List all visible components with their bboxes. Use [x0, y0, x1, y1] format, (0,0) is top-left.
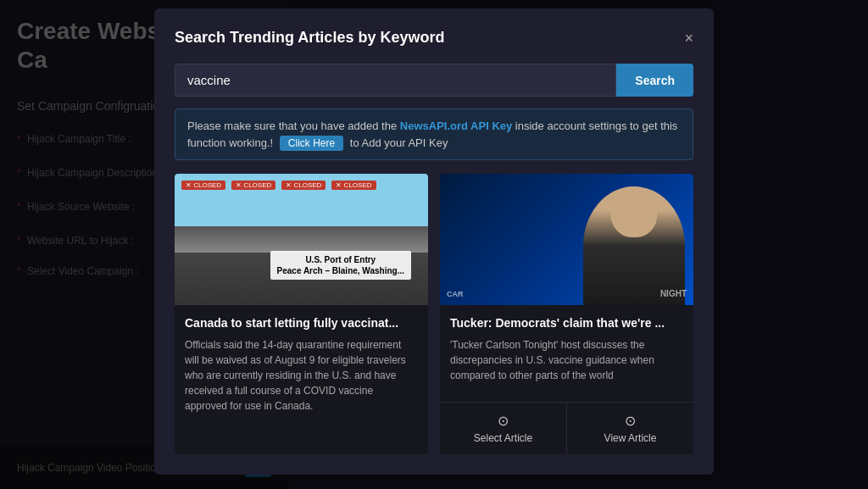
search-input[interactable] — [175, 64, 616, 97]
view-article-label: View Article — [604, 432, 657, 444]
article-image-tucker: CAR — [440, 174, 693, 305]
article-body-tucker: Tucker: Democrats' claim that we're ... … — [440, 305, 693, 393]
tucker-silhouette — [583, 186, 685, 305]
notice-bar: Please make sure that you have added the… — [175, 108, 693, 160]
click-here-button[interactable]: Click Here — [280, 136, 343, 151]
newsapi-link[interactable]: NewsAPI.ord API Key — [400, 119, 512, 132]
article-title-canada: Canada to start letting fully vaccinat..… — [185, 315, 418, 331]
modal-overlay: Search Trending Articles by Keyword × Se… — [0, 0, 868, 489]
article-card-canada: ✕ CLOSED ✕ CLOSED ✕ CLOSED ✕ CLOSED Cana… — [175, 174, 428, 454]
view-article-button[interactable]: ⊙ View Article — [567, 403, 693, 454]
modal-title: Search Trending Articles by Keyword — [175, 29, 444, 47]
tucker-image: CAR — [440, 174, 693, 305]
view-article-icon: ⊙ — [625, 413, 636, 429]
article-desc-tucker: 'Tucker Carlson Tonight' host discusses … — [450, 337, 683, 383]
badge-1: ✕ CLOSED — [181, 181, 225, 190]
select-article-label: Select Article — [474, 432, 532, 444]
article-actions-tucker: ⊙ Select Article ⊙ View Article — [440, 402, 693, 454]
notice-text-after: to Add your API Key — [350, 136, 448, 149]
select-article-icon: ⊙ — [498, 413, 509, 429]
article-badges: ✕ CLOSED ✕ CLOSED ✕ CLOSED ✕ CLOSED — [181, 181, 379, 190]
article-image-canada: ✕ CLOSED ✕ CLOSED ✕ CLOSED ✕ CLOSED — [175, 174, 428, 305]
close-button[interactable]: × — [684, 31, 693, 46]
badge-3: ✕ CLOSED — [281, 181, 326, 190]
article-title-tucker: Tucker: Democrats' claim that we're ... — [450, 315, 683, 331]
search-button[interactable]: Search — [616, 64, 693, 97]
search-bar: Search — [175, 64, 693, 97]
notice-text-before: Please make sure that you have added the — [187, 119, 400, 132]
modal-header: Search Trending Articles by Keyword × — [175, 29, 693, 47]
article-desc-canada: Officials said the 14-day quarantine req… — [185, 337, 418, 444]
tucker-head — [611, 186, 658, 237]
canada-image: ✕ CLOSED ✕ CLOSED ✕ CLOSED ✕ CLOSED — [175, 174, 428, 305]
article-body-canada: Canada to start letting fully vaccinat..… — [175, 305, 428, 454]
article-card-tucker: CAR Tucker: Democrats' claim that we're … — [440, 174, 693, 454]
badge-2: ✕ CLOSED — [231, 181, 275, 190]
search-modal: Search Trending Articles by Keyword × Se… — [154, 8, 714, 475]
select-article-button[interactable]: ⊙ Select Article — [440, 403, 567, 454]
articles-grid: ✕ CLOSED ✕ CLOSED ✕ CLOSED ✕ CLOSED Cana… — [175, 174, 693, 454]
fox-label: CAR — [447, 290, 464, 298]
badge-4: ✕ CLOSED — [331, 181, 376, 190]
